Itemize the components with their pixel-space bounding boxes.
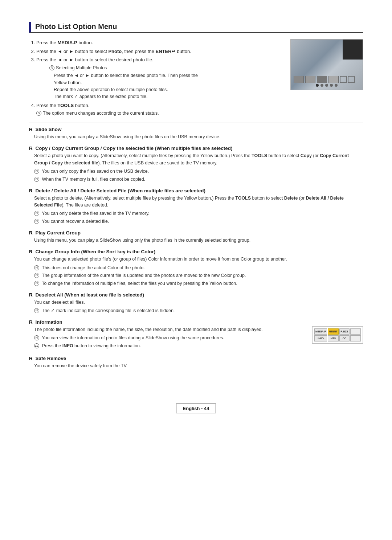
copy-title: Copy / Copy Current Group / Copy the sel… (36, 146, 233, 151)
copy-body: Select a photo you want to copy. (Altern… (34, 152, 363, 167)
photo-preview-dark-box (343, 40, 363, 60)
arrow-icon-info: ▶ (34, 343, 39, 348)
sm-line3: Repeat the above operation to select mul… (54, 86, 283, 93)
change-group-body: You can change a selected photo file's (… (34, 256, 363, 263)
remote-btn-mts: MTS (328, 335, 338, 341)
photo-bold: Photo (108, 49, 122, 54)
slide-show-title: Slide Show (36, 127, 62, 132)
deselect-note-1-text: The ✓ mark indicating the corresponding … (41, 307, 175, 314)
info-body-area: The photo file information including the… (29, 326, 305, 351)
step-2: Press the ◄ or ► button to select Photo,… (36, 48, 283, 55)
delete-note-2-text: You cannot recover a deleted file. (41, 218, 109, 225)
dot-3 (325, 84, 328, 87)
remote-buttons-grid: MEDIA.P NTENT P.SIZE INFO MTS CC (314, 328, 361, 341)
dot-4 (330, 84, 333, 87)
section-change-group: R Change Group Info (When the Sort key i… (29, 249, 363, 287)
info-note-1-text: You can view the information of photo fi… (41, 335, 224, 341)
play-title: Play Current Group (36, 230, 81, 236)
deselect-title: Deselect All (When at least one file is … (36, 292, 144, 298)
section-change-group-header: R Change Group Info (When the Sort key i… (29, 249, 363, 254)
note-icon-copy-1: N (34, 169, 39, 174)
note-icon-delete-1: N (34, 211, 39, 216)
selecting-multiple-title: Selecting Multiple Photos (56, 65, 107, 71)
copy-note-2: N When the TV memory is full, files cann… (34, 176, 363, 183)
r-bullet-delete: R (29, 188, 33, 193)
change-note-1: N This does not change the actual Color … (34, 265, 363, 271)
sm-line2: Yellow button. (54, 79, 283, 86)
copy-note-2-text: When the TV memory is full, files cannot… (41, 176, 145, 183)
section-deselect: R Deselect All (When at least one file i… (29, 292, 363, 314)
enter-bold: ENTER↵ (156, 49, 176, 54)
info-note-1: N You can view the information of photo … (34, 335, 305, 341)
info-body: The photo file information including the… (34, 326, 305, 333)
photo-preview-dots (316, 84, 338, 87)
note-icon-change-2: N (34, 273, 39, 278)
note-icon-deselect-1: N (34, 308, 39, 313)
mediap-bold: MEDIA.P (58, 40, 77, 45)
r-bullet-play: R (29, 230, 33, 236)
delete-note-1-text: You can only delete the files saved in t… (41, 210, 150, 217)
photo-preview-inner (291, 40, 363, 90)
note-icon-change-3: N (34, 281, 39, 286)
r-bullet: R (29, 127, 33, 132)
section-copy: R Copy / Copy Current Group / Copy the s… (29, 146, 363, 183)
change-note-3-text: To change the information of multiple fi… (41, 280, 237, 287)
section-safe-header: R Safe Remove (29, 356, 363, 361)
delete-body: Select a photo to delete. (Alternatively… (34, 195, 363, 209)
photo-preview-image (290, 39, 363, 90)
deselect-note-1: N The ✓ mark indicating the correspondin… (34, 307, 363, 314)
step-3: Press the ◄ or ► button to select the de… (36, 56, 283, 101)
dot-2 (320, 84, 323, 87)
section-information: R Information The photo file information… (29, 319, 363, 351)
section-info-header: R Information (29, 319, 363, 325)
note-icon-change-1: N (34, 265, 39, 270)
step4-note-row: N The option menu changes according to t… (36, 110, 283, 117)
change-note-3: N To change the information of multiple … (34, 280, 363, 287)
section-delete: R Delete / Delete All / Delete Selected … (29, 188, 363, 225)
slide-show-body: Using this menu, you can play a SlideSho… (34, 134, 363, 140)
step-4: Press the TOOLS button. N The option men… (36, 102, 283, 117)
footer: English - 44 (29, 404, 363, 413)
change-note-1-text: This does not change the actual Color of… (41, 265, 145, 271)
note-icon-delete-2: N (34, 219, 39, 224)
sm-line4: The mark ✓ appears to the selected photo… (54, 93, 283, 100)
info-note-2: ▶ Press the INFO button to viewing the i… (34, 343, 305, 349)
section-copy-header: R Copy / Copy Current Group / Copy the s… (29, 146, 363, 151)
section-slide-show: R Slide Show Using this menu, you can pl… (29, 127, 363, 140)
note-icon-info-1: N (34, 335, 39, 340)
deselect-body: You can deselect all files. (34, 299, 363, 306)
info-title: Information (36, 319, 62, 325)
footer-label: English - 44 (176, 404, 216, 413)
note-icon-copy-2: N (34, 177, 39, 182)
section-delete-header: R Delete / Delete All / Delete Selected … (29, 188, 363, 193)
r-bullet-deselect: R (29, 292, 33, 298)
change-note-2-text: The group information of the current fil… (41, 272, 246, 279)
section-safe-remove: R Safe Remove You can remove the device … (29, 356, 363, 369)
sm-line1: Press the ◄ or ► button to select the de… (54, 72, 283, 79)
page-title: Photo List Option Menu (29, 22, 363, 33)
note-icon-selecting: N (49, 65, 54, 70)
r-bullet-copy: R (29, 146, 33, 151)
remote-control-image: MEDIA.P NTENT P.SIZE INFO MTS CC (312, 326, 363, 344)
play-body: Using this menu, you can play a SlideSho… (34, 237, 363, 244)
remote-btn-psize: P.SIZE (339, 328, 350, 335)
remote-btn-cc: CC (339, 335, 350, 341)
change-group-title: Change Group Info (When the Sort key is … (36, 249, 156, 254)
dot-5 (335, 84, 338, 87)
r-bullet-safe: R (29, 356, 33, 361)
delete-title: Delete / Delete All / Delete Selected Fi… (36, 188, 205, 193)
instructions-section: Press the MEDIA.P button. Press the ◄ or… (29, 39, 283, 119)
remote-btn-info: INFO (314, 335, 327, 341)
delete-note-2: N You cannot recover a deleted file. (34, 218, 363, 225)
remote-btn-empty1 (350, 328, 361, 335)
remote-btn-mediap: MEDIA.P (314, 328, 327, 335)
section-deselect-header: R Deselect All (When at least one file i… (29, 292, 363, 298)
selecting-multiple-block: N Selecting Multiple Photos Press the ◄ … (49, 65, 283, 101)
safe-title: Safe Remove (36, 356, 66, 361)
section-play-current: R Play Current Group Using this menu, yo… (29, 230, 363, 244)
section-play-header: R Play Current Group (29, 230, 363, 236)
bottom-spacer (29, 375, 363, 396)
divider-1 (29, 123, 363, 123)
remote-btn-empty2 (350, 335, 361, 341)
step-1: Press the MEDIA.P button. (36, 39, 283, 46)
